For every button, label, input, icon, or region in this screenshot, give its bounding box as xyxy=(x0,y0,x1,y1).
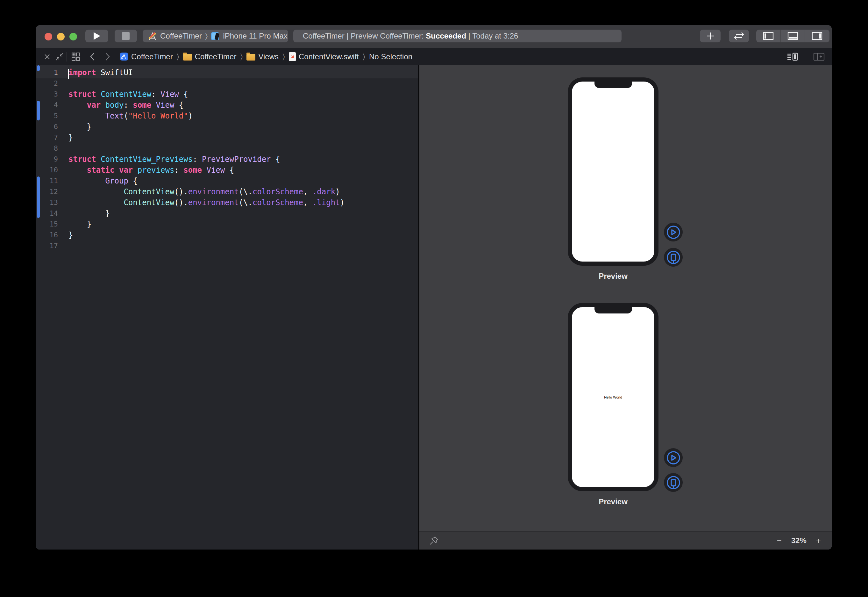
change-bar xyxy=(37,65,40,71)
live-preview-button-1[interactable] xyxy=(664,223,683,242)
preview-screen-1 xyxy=(572,82,654,261)
code-text: ContentView().environment(\.colorScheme,… xyxy=(61,197,345,208)
device-notch xyxy=(594,307,632,313)
zoom-out-button[interactable]: − xyxy=(777,536,782,546)
breadcrumb-item-project[interactable]: CoffeeTimer xyxy=(120,52,173,61)
bottom-panel-icon xyxy=(787,32,798,40)
breadcrumb-label: CoffeeTimer xyxy=(131,52,173,61)
code-line[interactable]: 6 } xyxy=(36,121,418,132)
breadcrumb-item-views[interactable]: Views xyxy=(246,52,278,61)
pin-icon xyxy=(429,536,439,546)
code-line[interactable]: 10 static var previews: some View { xyxy=(36,165,418,175)
chevron-right-icon xyxy=(105,53,110,61)
editor-swap-button[interactable] xyxy=(729,30,749,42)
line-number: 17 xyxy=(36,241,61,251)
chevron-left-icon xyxy=(90,53,95,61)
close-editor-button[interactable] xyxy=(42,53,53,60)
code-text xyxy=(61,241,68,251)
change-bar xyxy=(37,177,40,218)
toggle-left-sidebar-button[interactable] xyxy=(756,30,781,42)
code-text: ContentView().environment(\.colorScheme,… xyxy=(61,186,340,197)
preview-on-device-button-1[interactable] xyxy=(664,248,683,267)
live-preview-button-2[interactable] xyxy=(664,448,683,467)
toggle-inspector-button[interactable] xyxy=(804,30,829,42)
project-icon xyxy=(148,31,157,41)
code-text: import SwiftUI xyxy=(61,67,133,78)
code-line[interactable]: 8 xyxy=(36,143,418,154)
breadcrumb-separator: 〉 xyxy=(236,52,246,61)
panel-toggle-group xyxy=(756,30,829,42)
preview-device-2[interactable]: Hello World xyxy=(568,303,659,491)
zoom-in-button[interactable]: + xyxy=(816,536,821,546)
code-lines: 1import SwiftUI23struct ContentView: Vie… xyxy=(36,67,418,251)
breadcrumb-label: ContentView.swift xyxy=(299,52,359,61)
related-items-button[interactable] xyxy=(67,52,85,61)
breadcrumb-label: No Selection xyxy=(369,52,412,61)
code-text: } xyxy=(61,208,110,219)
code-line[interactable]: 12 ContentView().environment(\.colorSche… xyxy=(36,186,418,197)
line-number: 9 xyxy=(36,154,61,165)
left-panel-icon xyxy=(763,32,774,40)
device-circle-icon xyxy=(666,475,681,490)
code-line[interactable]: 14 } xyxy=(36,208,418,219)
go-forward-button[interactable] xyxy=(100,53,115,61)
scheme-project-name: CoffeeTimer xyxy=(160,31,202,40)
simulator-icon xyxy=(211,31,220,41)
line-number: 8 xyxy=(36,143,61,154)
plus-icon xyxy=(706,31,715,41)
add-editor-icon xyxy=(813,52,825,61)
preview-on-device-button-2[interactable] xyxy=(664,473,683,492)
code-line[interactable]: 2 xyxy=(36,78,418,89)
title-bar: CoffeeTimer 〉 iPhone 11 Pro Max CoffeeTi… xyxy=(36,25,832,48)
toggle-debug-area-button[interactable] xyxy=(781,30,804,42)
go-back-button[interactable] xyxy=(85,53,100,61)
desktop-background: CoffeeTimer 〉 iPhone 11 Pro Max CoffeeTi… xyxy=(0,0,868,597)
code-line[interactable]: 15 } xyxy=(36,219,418,230)
focus-editor-button[interactable] xyxy=(53,53,67,61)
line-number: 15 xyxy=(36,219,61,230)
preview-canvas[interactable]: Preview Hello xyxy=(419,65,832,549)
code-line[interactable]: 7} xyxy=(36,132,418,143)
breadcrumb-item-file[interactable]: ContentView.swift xyxy=(289,52,359,61)
play-circle-icon xyxy=(666,450,681,465)
zoom-window-button[interactable] xyxy=(70,33,77,40)
zoom-level: 32% xyxy=(791,536,807,545)
device-notch xyxy=(594,82,632,88)
close-window-button[interactable] xyxy=(44,33,52,40)
source-editor[interactable]: 1import SwiftUI23struct ContentView: Vie… xyxy=(36,65,418,549)
scheme-chevron: 〉 xyxy=(202,31,211,41)
code-text: } xyxy=(61,121,91,132)
run-button[interactable] xyxy=(85,30,108,42)
breadcrumb-separator: 〉 xyxy=(359,52,369,61)
add-editor-button[interactable] xyxy=(813,52,825,61)
preview-screen-2: Hello World xyxy=(572,307,654,487)
stop-button[interactable] xyxy=(115,30,137,42)
breadcrumb-label: CoffeeTimer xyxy=(195,52,237,61)
breadcrumb-item-group[interactable]: CoffeeTimer xyxy=(183,52,237,61)
breadcrumb: CoffeeTimer 〉 CoffeeTimer 〉 Views 〉 xyxy=(120,52,412,61)
code-line[interactable]: 3struct ContentView: View { xyxy=(36,89,418,100)
activity-status-bar[interactable]: CoffeeTimer | Preview CoffeeTimer: Succe… xyxy=(293,30,622,42)
code-line[interactable]: 1import SwiftUI xyxy=(36,67,418,78)
code-line[interactable]: 16} xyxy=(36,230,418,241)
preview-device-1[interactable] xyxy=(568,77,659,266)
editor-options-button[interactable] xyxy=(787,52,799,61)
code-text: } xyxy=(61,230,73,241)
text-cursor xyxy=(68,69,69,79)
play-circle-icon xyxy=(666,225,681,239)
library-button[interactable] xyxy=(700,30,721,42)
status-text-post: | Today at 3:26 xyxy=(466,31,518,40)
code-line[interactable]: 4 var body: some View { xyxy=(36,100,418,111)
code-line[interactable]: 11 Group { xyxy=(36,175,418,186)
code-line[interactable]: 5 Text("Hello World") xyxy=(36,111,418,121)
code-line[interactable]: 17 xyxy=(36,241,418,251)
minimize-window-button[interactable] xyxy=(57,33,65,40)
breadcrumb-item-selection[interactable]: No Selection xyxy=(369,52,412,61)
swap-arrows-icon xyxy=(734,32,745,40)
scheme-selector[interactable]: CoffeeTimer 〉 iPhone 11 Pro Max xyxy=(143,30,288,42)
breadcrumb-separator: 〉 xyxy=(173,52,183,61)
code-line[interactable]: 13 ContentView().environment(\.colorSche… xyxy=(36,197,418,208)
code-line[interactable]: 9struct ContentView_Previews: PreviewPro… xyxy=(36,154,418,165)
editor-split-view: 1import SwiftUI23struct ContentView: Vie… xyxy=(36,65,832,549)
pin-preview-button[interactable] xyxy=(429,536,439,546)
